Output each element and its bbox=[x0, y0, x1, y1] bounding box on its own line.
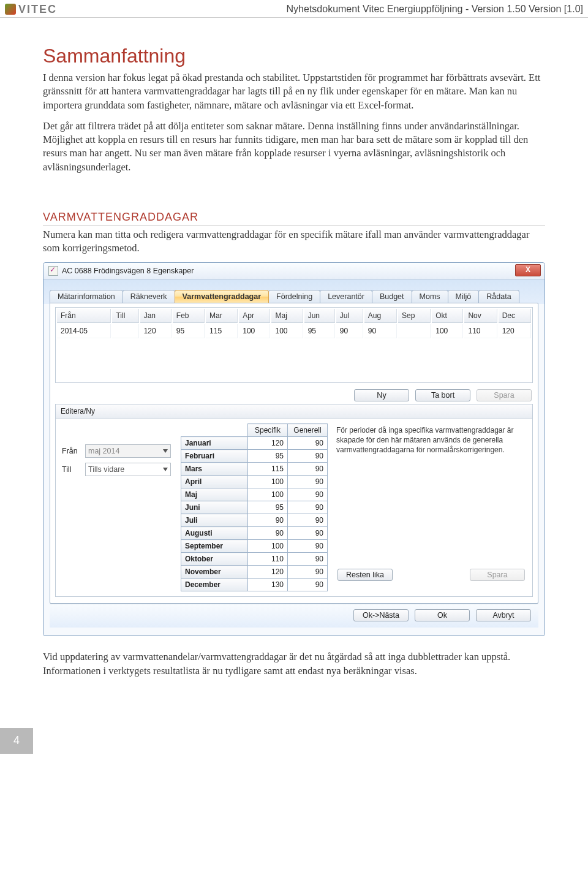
tab-radata[interactable]: Rådata bbox=[478, 290, 519, 303]
chevron-down-icon bbox=[163, 449, 168, 453]
month-specific[interactable]: 90 bbox=[248, 527, 288, 540]
from-dropdown[interactable]: maj 2014 bbox=[85, 444, 171, 458]
cell-nov: 110 bbox=[464, 324, 497, 338]
edit-panel: Editera/Ny Från maj 2014 Til bbox=[55, 404, 533, 597]
month-general: 90 bbox=[288, 514, 328, 527]
month-specific[interactable]: 95 bbox=[248, 501, 288, 514]
edit-header: Editera/Ny bbox=[56, 404, 532, 419]
cell-mar: 115 bbox=[206, 324, 238, 338]
col-fran[interactable]: Från bbox=[57, 309, 111, 323]
summary-paragraph-2: Det går att filtrera trädet på att dölja… bbox=[43, 120, 545, 174]
delete-button[interactable]: Ta bort bbox=[415, 389, 470, 401]
new-button[interactable]: Ny bbox=[354, 389, 409, 401]
tab-miljo[interactable]: Miljö bbox=[448, 290, 480, 303]
page-header: VITEC Nyhetsdokument Vitec Energiuppfölj… bbox=[0, 0, 588, 18]
month-name: December bbox=[181, 579, 248, 591]
month-row[interactable]: Maj10090 bbox=[181, 488, 328, 501]
month-row[interactable]: December13090 bbox=[181, 579, 328, 591]
tab-fordelning[interactable]: Fördelning bbox=[268, 290, 320, 303]
month-specific[interactable]: 115 bbox=[248, 463, 288, 476]
month-specific[interactable]: 100 bbox=[248, 476, 288, 488]
month-row[interactable]: Februari9590 bbox=[181, 450, 328, 463]
col-maj[interactable]: Maj bbox=[271, 309, 303, 323]
varmvatten-intro: Numera kan man titta och redigera varmva… bbox=[43, 228, 545, 256]
col-till[interactable]: Till bbox=[112, 309, 138, 323]
title-bar: AC 0688 Frödingsvägen 8 Egenskaper X bbox=[43, 263, 545, 279]
tab-moms[interactable]: Moms bbox=[412, 290, 448, 303]
month-row[interactable]: Juli9090 bbox=[181, 514, 328, 527]
to-dropdown[interactable]: Tills vidare bbox=[85, 463, 171, 476]
col-feb[interactable]: Feb bbox=[173, 309, 205, 323]
col-apr[interactable]: Apr bbox=[239, 309, 270, 323]
month-general: 90 bbox=[288, 566, 328, 579]
varmvatten-outro: Vid uppdatering av varmvattenandelar/var… bbox=[43, 650, 545, 678]
cell-fran: 2014-05 bbox=[57, 324, 111, 338]
month-specific[interactable]: 130 bbox=[248, 579, 288, 591]
save-button-bottom: Spara bbox=[470, 569, 525, 581]
col-mar[interactable]: Mar bbox=[206, 309, 238, 323]
col-nov[interactable]: Nov bbox=[464, 309, 497, 323]
month-row[interactable]: April10090 bbox=[181, 476, 328, 488]
close-button[interactable]: X bbox=[515, 264, 541, 276]
col-sep[interactable]: Sep bbox=[398, 309, 431, 323]
month-specific[interactable]: 100 bbox=[248, 488, 288, 501]
col-generell: Generell bbox=[288, 424, 328, 437]
month-name: September bbox=[181, 540, 248, 553]
month-general: 90 bbox=[288, 437, 328, 450]
vitec-mark-icon bbox=[5, 4, 16, 15]
tab-leverantor[interactable]: Leverantör bbox=[320, 290, 372, 303]
col-jun[interactable]: Jun bbox=[304, 309, 335, 323]
col-jul[interactable]: Jul bbox=[336, 309, 363, 323]
cell-aug: 90 bbox=[364, 324, 397, 338]
month-general: 90 bbox=[288, 553, 328, 566]
col-dec[interactable]: Dec bbox=[499, 309, 531, 323]
ok-next-button[interactable]: Ok->Nästa bbox=[353, 609, 409, 621]
col-okt[interactable]: Okt bbox=[432, 309, 463, 323]
month-specific[interactable]: 90 bbox=[248, 514, 288, 527]
month-row[interactable]: September10090 bbox=[181, 540, 328, 553]
month-row[interactable]: Oktober11090 bbox=[181, 553, 328, 566]
month-specific[interactable]: 120 bbox=[248, 566, 288, 579]
cancel-button[interactable]: Avbryt bbox=[476, 609, 531, 621]
month-row[interactable]: Augusti9090 bbox=[181, 527, 328, 540]
vitec-logo: VITEC bbox=[5, 3, 57, 16]
month-specific[interactable]: 120 bbox=[248, 437, 288, 450]
chevron-down-icon bbox=[163, 468, 168, 471]
month-name: Februari bbox=[181, 450, 248, 463]
from-value: maj 2014 bbox=[88, 447, 119, 455]
tab-varmvattengraddagar[interactable]: Varmvattengraddagar bbox=[175, 290, 270, 303]
tab-bar: Mätarinformation Räkneverk Varmvattengra… bbox=[50, 284, 538, 303]
tab-matarinformation[interactable]: Mätarinformation bbox=[50, 290, 123, 303]
ok-button[interactable]: Ok bbox=[415, 609, 470, 621]
page-number: 4 bbox=[0, 728, 33, 754]
month-row[interactable]: Januari12090 bbox=[181, 437, 328, 450]
app-window: AC 0688 Frödingsvägen 8 Egenskaper X Mät… bbox=[43, 262, 545, 636]
periods-grid[interactable]: Från Till Jan Feb Mar Apr Maj Jun Jul Au… bbox=[55, 307, 533, 383]
month-name: November bbox=[181, 566, 248, 579]
document-title: Nyhetsdokument Vitec Energiuppföljning -… bbox=[57, 4, 583, 15]
month-row[interactable]: November12090 bbox=[181, 566, 328, 579]
tab-rakneverk[interactable]: Räkneverk bbox=[123, 290, 175, 303]
month-row[interactable]: Juni9590 bbox=[181, 501, 328, 514]
section-title-varmvatten: VARMVATTENGRADDAGAR bbox=[43, 211, 545, 226]
month-row[interactable]: Mars11590 bbox=[181, 463, 328, 476]
info-text: För perioder då inga specifika varmvatte… bbox=[336, 426, 526, 455]
month-specific[interactable]: 110 bbox=[248, 553, 288, 566]
cell-dec: 120 bbox=[499, 324, 531, 338]
cell-jul: 90 bbox=[336, 324, 363, 338]
resten-lika-button[interactable]: Resten lika bbox=[337, 569, 393, 581]
table-row[interactable]: 2014-05 120 95 115 100 100 95 90 90 100 bbox=[57, 324, 531, 338]
month-specific[interactable]: 95 bbox=[248, 450, 288, 463]
month-general: 90 bbox=[288, 540, 328, 553]
month-table[interactable]: Specifik Generell Januari12090Februari95… bbox=[181, 423, 328, 591]
tab-budget[interactable]: Budget bbox=[372, 290, 412, 303]
month-specific[interactable]: 100 bbox=[248, 540, 288, 553]
col-aug[interactable]: Aug bbox=[364, 309, 397, 323]
col-jan[interactable]: Jan bbox=[140, 309, 172, 323]
cell-feb: 95 bbox=[173, 324, 205, 338]
vitec-logo-text: VITEC bbox=[18, 3, 57, 16]
cell-apr: 100 bbox=[239, 324, 270, 338]
from-label: Från bbox=[62, 447, 80, 455]
cell-sep bbox=[398, 324, 431, 338]
month-name: Januari bbox=[181, 437, 248, 450]
